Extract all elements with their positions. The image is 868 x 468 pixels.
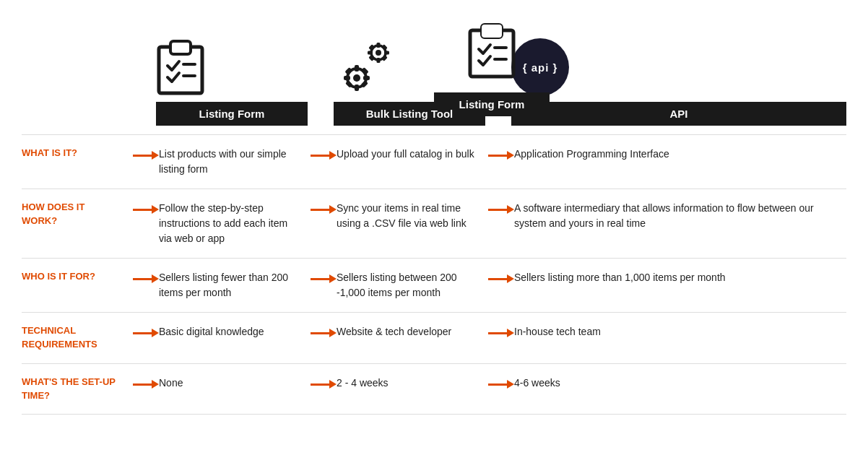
arrow-cell — [485, 363, 511, 415]
arrow-icon — [133, 150, 159, 161]
row-label: WHAT IS IT? — [22, 135, 130, 189]
arrow-icon — [311, 273, 337, 285]
listing-form-column: Listing Form — [137, 14, 846, 116]
arrow-cell — [308, 189, 334, 259]
svg-point-20 — [376, 50, 381, 56]
arrow-cell — [308, 135, 334, 189]
content-cell: Sync your items in real time using a .CS… — [334, 189, 485, 259]
api-badge-text: { api } — [523, 61, 558, 74]
arrow-icon — [311, 204, 337, 215]
svg-rect-13 — [344, 76, 350, 80]
arrow-icon — [311, 327, 337, 339]
arrow-icon — [488, 204, 514, 215]
content-cell: In-house tech team — [511, 313, 846, 364]
arrow-cell — [485, 313, 511, 364]
content-cell: Sellers listing fewer than 200 items per… — [156, 259, 308, 313]
arrow-cell — [485, 259, 511, 313]
row-label: WHO IS IT FOR? — [22, 259, 130, 313]
row-label: WHAT'S THE SET-UP TIME? — [22, 363, 130, 415]
content-cell: Follow the step-by-step instructions to … — [156, 189, 308, 259]
svg-point-10 — [353, 74, 360, 82]
content-cell: Website & tech developer — [334, 313, 485, 364]
content-cell: None — [156, 363, 308, 415]
svg-rect-6 — [170, 41, 191, 54]
clipboard-icon — [467, 14, 516, 87]
svg-rect-21 — [377, 43, 381, 48]
page: Listing Form — [0, 0, 868, 436]
content-cell: A software intermediary that allows info… — [511, 189, 846, 259]
content-cell: List products with our simple listing fo… — [156, 135, 308, 189]
arrow-cell — [130, 259, 156, 313]
arrow-icon — [488, 378, 514, 390]
arrow-icon — [488, 273, 514, 285]
arrow-icon — [488, 150, 514, 161]
arrow-cell — [130, 363, 156, 415]
row-label: TECHNICAL REQUIREMENTS — [22, 313, 130, 364]
arrow-icon — [133, 327, 159, 339]
arrow-icon — [133, 204, 159, 215]
arrow-cell — [485, 135, 511, 189]
content-cell: Sellers listing between 200 -1,000 items… — [334, 259, 485, 313]
arrow-cell — [130, 313, 156, 364]
svg-rect-14 — [363, 76, 370, 80]
content-cell: 4-6 weeks — [511, 363, 846, 415]
arrow-cell — [308, 363, 334, 415]
arrow-icon — [133, 273, 159, 285]
svg-rect-24 — [384, 51, 389, 55]
svg-rect-2 — [482, 25, 502, 38]
table-row: WHAT'S THE SET-UP TIME? None 2 - 4 weeks… — [22, 363, 846, 415]
table-row: TECHNICAL REQUIREMENTS Basic digital kno… — [22, 313, 846, 364]
table-row: HOW DOES IT WORK? Follow the step-by-ste… — [22, 189, 846, 259]
arrow-cell — [308, 313, 334, 364]
content-cell: Sellers listing more than 1,000 items pe… — [511, 259, 846, 313]
arrow-cell — [130, 135, 156, 189]
content-cell: Upload your full catalog in bulk — [334, 135, 485, 189]
arrow-cell — [485, 189, 511, 259]
table-row: WHAT IS IT? List products with our simpl… — [22, 135, 846, 189]
svg-rect-22 — [377, 58, 381, 63]
arrow-icon — [311, 378, 337, 390]
content-cell: Basic digital knowledge — [156, 313, 308, 364]
arrow-cell — [308, 259, 334, 313]
table-row: WHO IS IT FOR? Sellers listing fewer tha… — [22, 259, 846, 313]
arrow-cell — [130, 189, 156, 259]
svg-rect-12 — [355, 84, 359, 91]
arrow-icon — [133, 378, 159, 390]
svg-rect-11 — [355, 65, 359, 72]
row-label: HOW DOES IT WORK? — [22, 189, 130, 259]
arrow-icon — [488, 327, 514, 339]
content-cell: 2 - 4 weeks — [334, 363, 485, 415]
svg-rect-23 — [368, 51, 373, 55]
arrow-icon — [311, 150, 337, 161]
content-cell: Application Programming Interface — [511, 135, 846, 189]
